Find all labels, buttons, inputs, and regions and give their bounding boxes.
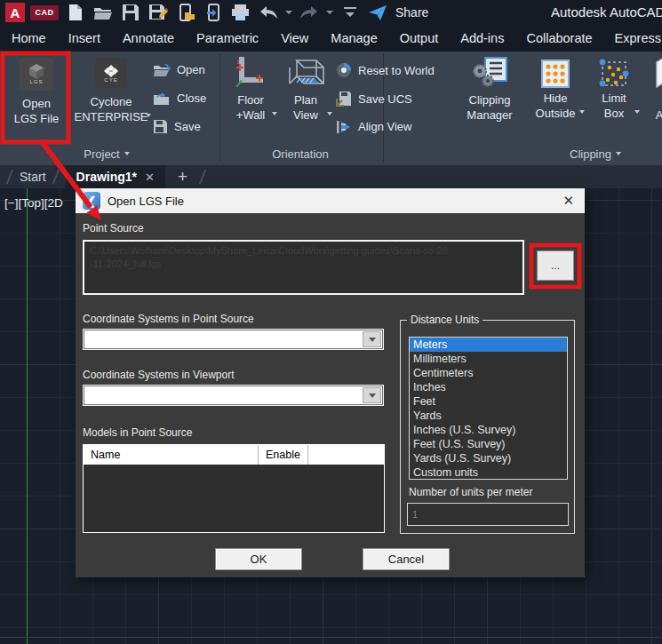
project-open-button[interactable]: Open xyxy=(153,62,205,77)
distance-units-group: Distance Units Meters Millimeters Centim… xyxy=(400,320,575,534)
dropdown-arrow-button[interactable] xyxy=(363,331,381,347)
tab-parametric[interactable]: Parametric xyxy=(196,31,259,45)
unit-option-feet[interactable]: Feet xyxy=(410,394,567,409)
clipping-manager-button[interactable]: Clipping Manager xyxy=(464,57,515,123)
close-tab-icon[interactable]: ✕ xyxy=(145,171,155,184)
viewport-controls-label[interactable]: [−][Top][2D xyxy=(4,196,63,210)
autocad-window: A CAD xyxy=(0,0,662,644)
tab-manage[interactable]: Manage xyxy=(331,31,377,45)
tab-insert[interactable]: Insert xyxy=(68,31,100,45)
redo-icon xyxy=(299,5,319,20)
browse-button[interactable]: ... xyxy=(537,250,574,281)
lgs-icon: LGS xyxy=(20,57,53,91)
tab-view[interactable]: View xyxy=(281,31,308,45)
unit-option-feet-us[interactable]: Feet (U.S. Survey) xyxy=(410,437,567,451)
close-folder-icon xyxy=(153,91,171,106)
distance-units-list[interactable]: Meters Millimeters Centimeters Inches Fe… xyxy=(409,337,568,480)
open-from-web-mobile-button[interactable] xyxy=(174,2,196,23)
undo-icon xyxy=(259,5,278,20)
save-to-web-mobile-button[interactable] xyxy=(202,2,224,23)
save-to-web-mobile-icon xyxy=(204,4,222,21)
dialog-title-bar[interactable]: ❮ Open LGS File ✕ xyxy=(76,188,585,213)
dialog-close-button[interactable]: ✕ xyxy=(562,193,574,209)
project-save-button[interactable]: Save xyxy=(153,119,201,134)
dropdown-arrow-button[interactable] xyxy=(363,387,381,403)
unit-option-yards[interactable]: Yards xyxy=(410,409,567,423)
cs-viewport-dropdown[interactable] xyxy=(83,385,384,406)
redo-dropdown[interactable] xyxy=(325,2,333,23)
chevron-down-icon xyxy=(579,110,585,114)
unit-option-yards-us[interactable]: Yards (U.S. Survey) xyxy=(410,451,567,465)
cyclone-enterprise-button[interactable]: CYE Cyclone ENTERPRISE xyxy=(76,57,146,124)
quick-access-toolbar: A CAD xyxy=(0,0,662,25)
open-folder-icon xyxy=(153,63,171,77)
tab-home[interactable]: Home xyxy=(12,31,46,45)
plan-view-icon xyxy=(287,55,324,91)
limit-box-button[interactable]: Limit Box xyxy=(594,59,634,121)
panel-project[interactable]: Project xyxy=(53,144,160,163)
save-as-button[interactable] xyxy=(147,2,169,23)
units-per-meter-input[interactable]: 1 xyxy=(407,503,569,526)
unit-option-meters[interactable]: Meters xyxy=(410,338,567,352)
unit-option-millimeters[interactable]: Millimeters xyxy=(410,352,567,366)
open-lgs-file-button[interactable]: LGS Open LGS File xyxy=(4,57,69,126)
unit-option-inches-us[interactable]: Inches (U.S. Survey) xyxy=(410,423,567,437)
panel-clipping[interactable]: Clipping xyxy=(542,144,649,163)
new-drawing-button[interactable]: + xyxy=(178,167,187,187)
x-axis-clip-button[interactable]: X Axis xyxy=(647,57,662,123)
chevron-down-icon xyxy=(634,110,640,114)
printer-icon xyxy=(231,4,250,21)
ok-button[interactable]: OK xyxy=(215,548,302,570)
unit-option-centimeters[interactable]: Centimeters xyxy=(410,366,567,380)
share-label[interactable]: Share xyxy=(395,5,428,20)
dialog-title: Open LGS File xyxy=(108,195,184,208)
chevron-down-icon xyxy=(272,112,277,115)
window-title: Autodesk AutoCAD xyxy=(551,0,662,25)
hide-outside-icon xyxy=(540,59,570,89)
panel-separator xyxy=(219,53,220,162)
point-source-field[interactable]: C:\Users\Wolfram\Desktop\MyShare_Leica\C… xyxy=(83,240,524,295)
file-tab-bar: Start Drawing1* ✕ + xyxy=(0,165,662,188)
tab-express[interactable]: Express xyxy=(615,31,661,45)
new-file-button[interactable] xyxy=(64,2,86,23)
grid-major-line xyxy=(0,637,662,638)
hide-outside-button[interactable]: Hide Outside xyxy=(533,59,578,121)
customize-qat-button[interactable] xyxy=(339,2,361,23)
chevron-down-icon xyxy=(369,338,376,342)
cs-point-source-dropdown[interactable] xyxy=(83,329,384,350)
tab-collaborate[interactable]: Collaborate xyxy=(526,31,592,45)
models-label: Models in Point Source xyxy=(83,426,192,439)
tab-output[interactable]: Output xyxy=(400,31,439,45)
redo-button[interactable] xyxy=(298,2,320,23)
autocad-logo[interactable]: A xyxy=(5,3,25,22)
align-view-button[interactable]: Align View xyxy=(336,119,411,134)
column-name[interactable]: Name xyxy=(84,445,259,465)
units-per-meter-label: Number of units per meter xyxy=(409,486,532,498)
plan-view-button[interactable]: Plan View xyxy=(283,55,329,123)
project-close-button[interactable]: Close xyxy=(153,91,206,106)
clipping-manager-icon xyxy=(471,57,508,89)
tab-annotate[interactable]: Annotate xyxy=(123,31,174,45)
cs-point-source-label: Coordinate Systems in Point Source xyxy=(83,313,254,325)
reset-to-world-button[interactable]: Reset to World xyxy=(336,62,435,78)
save-button[interactable] xyxy=(119,2,141,23)
panel-orientation[interactable]: Orientation xyxy=(247,144,354,163)
unit-option-inches[interactable]: Inches xyxy=(410,380,567,394)
tab-start[interactable]: Start xyxy=(20,170,46,184)
floor-wall-button[interactable]: z Floor +Wall xyxy=(227,55,274,123)
cancel-button[interactable]: Cancel xyxy=(363,548,450,570)
open-file-button[interactable] xyxy=(92,2,114,23)
undo-button[interactable] xyxy=(257,2,279,23)
tab-drawing1[interactable]: Drawing1* ✕ xyxy=(66,165,165,188)
cyclone-enterprise-icon: CYE xyxy=(95,57,127,89)
tab-add-ins[interactable]: Add-ins xyxy=(460,31,504,45)
unit-option-custom[interactable]: Custom units xyxy=(410,465,567,480)
point-source-label: Point Source xyxy=(83,222,144,235)
models-table[interactable]: Name Enable xyxy=(83,444,385,533)
save-ucs-button[interactable]: Save UCS xyxy=(336,91,412,107)
undo-dropdown[interactable] xyxy=(284,2,292,23)
share-button[interactable] xyxy=(366,2,388,23)
new-file-icon xyxy=(68,4,84,21)
plot-button[interactable] xyxy=(229,2,251,23)
column-enable[interactable]: Enable xyxy=(259,445,308,465)
